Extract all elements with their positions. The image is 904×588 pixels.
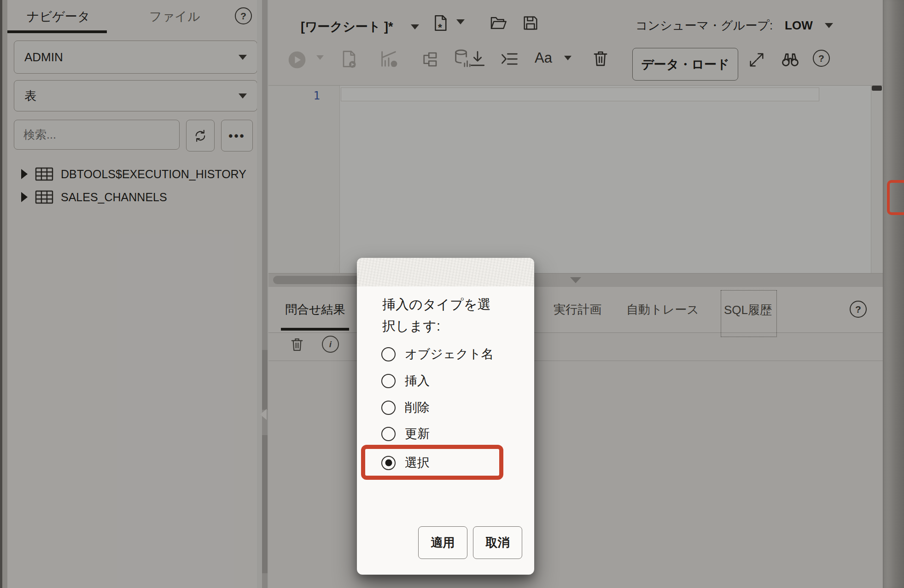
insert-type-dialog: 挿入のタイプを選択します: オブジェクト名 挿入 削除 更新 選択 適用 取消 [357,258,534,575]
radio-label: オブジェクト名 [405,346,494,362]
radio-option-delete[interactable]: 削除 [381,399,430,416]
radio-option-select[interactable]: 選択 [381,454,430,472]
radio-option-update[interactable]: 更新 [381,425,430,442]
apply-button[interactable]: 適用 [418,526,467,559]
radio-label: 更新 [405,425,430,442]
cancel-button[interactable]: 取消 [473,526,522,559]
radio-option-object-name[interactable]: オブジェクト名 [381,345,494,363]
radio-label: 削除 [405,399,430,416]
radio-option-insert[interactable]: 挿入 [381,372,430,390]
radio-icon-selected[interactable] [381,456,396,470]
tour-highlight-rail-tab[interactable] [887,180,904,215]
app-window: ナビゲータ ファイル ? ADMIN 表 ••• DBTOO [0,0,904,588]
radio-icon[interactable] [381,427,396,441]
radio-icon[interactable] [381,374,396,388]
radio-icon[interactable] [381,347,396,361]
radio-icon[interactable] [381,401,396,415]
dialog-drag-handle[interactable] [357,258,534,286]
radio-label: 挿入 [405,373,430,389]
radio-label: 選択 [405,454,430,471]
dialog-title: 挿入のタイプを選択します: [382,294,498,337]
